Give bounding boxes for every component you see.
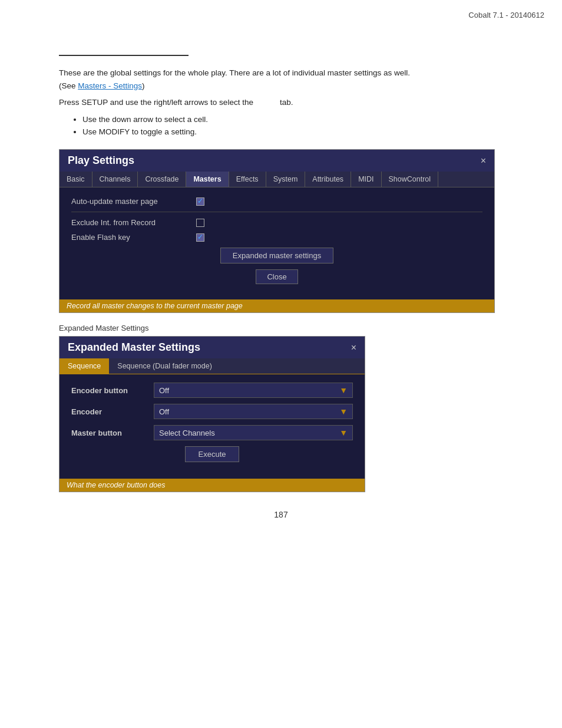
play-settings-tabs: Basic Channels Crossfade Masters Effects… xyxy=(59,172,494,187)
expanded-title: Expanded Master Settings xyxy=(68,341,200,354)
expanded-tab-sequence[interactable]: Sequence xyxy=(59,358,109,374)
bullet-item-1: Use the down arrow to select a cell. xyxy=(82,115,503,124)
page-number: 187 xyxy=(59,510,503,519)
intro-text3: ) xyxy=(142,81,145,90)
expanded-master-settings-button[interactable]: Expanded master settings xyxy=(220,248,333,263)
tab-midi[interactable]: MIDI xyxy=(351,172,381,187)
encoder-row: Encoder Off ▼ xyxy=(71,404,353,419)
tab-attributes[interactable]: Attributes xyxy=(305,172,351,187)
master-button-label: Master button xyxy=(71,429,154,437)
intro-paragraph: These are the global settings for the wh… xyxy=(59,67,503,92)
encoder-button-dropdown[interactable]: Off ▼ xyxy=(154,383,353,398)
close-button[interactable]: Close xyxy=(256,269,297,284)
play-settings-body: Auto-update master page Exclude Int. fro… xyxy=(59,187,494,299)
tab-system[interactable]: System xyxy=(266,172,306,187)
expanded-tabs: Sequence Sequence (Dual fader mode) xyxy=(59,358,365,374)
encoder-value: Off xyxy=(159,407,169,416)
bullet-list: Use the down arrow to select a cell. Use… xyxy=(82,115,503,136)
expanded-master-dialog: Expanded Master Settings × Sequence Sequ… xyxy=(59,336,365,492)
close-btn-container: Close xyxy=(71,269,482,284)
exclude-int-row: Exclude Int. from Record xyxy=(71,218,482,227)
expanded-close-button[interactable]: × xyxy=(351,342,356,353)
expanded-tab-dual-fader[interactable]: Sequence (Dual fader mode) xyxy=(109,358,220,374)
encoder-button-value: Off xyxy=(159,386,169,395)
page-content: These are the global settings for the wh… xyxy=(0,19,562,543)
encoder-button-arrow-icon: ▼ xyxy=(339,386,348,395)
tab-effects[interactable]: Effects xyxy=(229,172,266,187)
play-settings-dialog: Play Settings × Basic Channels Crossfade… xyxy=(59,149,495,313)
masters-settings-link[interactable]: Masters - Settings xyxy=(78,81,142,90)
page-header: Cobalt 7.1 - 20140612 xyxy=(0,0,562,19)
auto-update-checkbox[interactable] xyxy=(196,197,204,206)
expanded-btn-container: Expanded master settings xyxy=(71,248,482,263)
expanded-title-bar: Expanded Master Settings × xyxy=(59,337,365,358)
exclude-int-label: Exclude Int. from Record xyxy=(71,218,189,227)
exclude-int-checkbox[interactable] xyxy=(196,219,204,227)
section-divider xyxy=(59,55,189,56)
master-button-arrow-icon: ▼ xyxy=(339,428,348,437)
master-button-dropdown[interactable]: Select Channels ▼ xyxy=(154,425,353,440)
master-button-value: Select Channels xyxy=(159,429,215,437)
version-text: Cobalt 7.1 - 20140612 xyxy=(468,11,544,19)
divider-1 xyxy=(71,212,482,212)
auto-update-row: Auto-update master page xyxy=(71,197,482,206)
tab-masters[interactable]: Masters xyxy=(186,172,229,187)
tab-channels[interactable]: Channels xyxy=(92,172,138,187)
enable-flash-label: Enable Flash key xyxy=(71,233,189,242)
encoder-button-label: Encoder button xyxy=(71,386,154,395)
auto-update-label: Auto-update master page xyxy=(71,197,189,206)
tab-crossfade[interactable]: Crossfade xyxy=(138,172,186,187)
encoder-arrow-icon: ▼ xyxy=(339,407,348,416)
encoder-dropdown[interactable]: Off ▼ xyxy=(154,404,353,419)
intro-text2: (See xyxy=(59,81,78,90)
encoder-label: Encoder xyxy=(71,407,154,416)
expanded-body: Encoder button Off ▼ Encoder Off ▼ Maste… xyxy=(59,374,365,479)
play-settings-close-button[interactable]: × xyxy=(481,156,486,166)
encoder-button-row: Encoder button Off ▼ xyxy=(71,383,353,398)
master-button-row: Master button Select Channels ▼ xyxy=(71,425,353,440)
play-settings-title: Play Settings xyxy=(68,154,134,167)
enable-flash-row: Enable Flash key xyxy=(71,233,482,242)
tab-basic[interactable]: Basic xyxy=(59,172,92,187)
play-settings-title-bar: Play Settings × xyxy=(59,150,494,172)
intro-text1: These are the global settings for the wh… xyxy=(59,68,410,77)
expanded-footer-bar: What the encoder button does xyxy=(59,479,365,492)
enable-flash-checkbox[interactable] xyxy=(196,233,204,242)
play-settings-status-bar: Record all master changes to the current… xyxy=(59,299,494,312)
tab-showcontrol[interactable]: ShowControl xyxy=(382,172,439,187)
bullet-item-2: Use MODIFY to toggle a setting. xyxy=(82,127,503,136)
expanded-master-section-label: Expanded Master Settings xyxy=(59,324,503,332)
execute-button[interactable]: Execute xyxy=(185,446,240,462)
press-setup-text: Press SETUP and use the right/left arrow… xyxy=(59,98,503,107)
